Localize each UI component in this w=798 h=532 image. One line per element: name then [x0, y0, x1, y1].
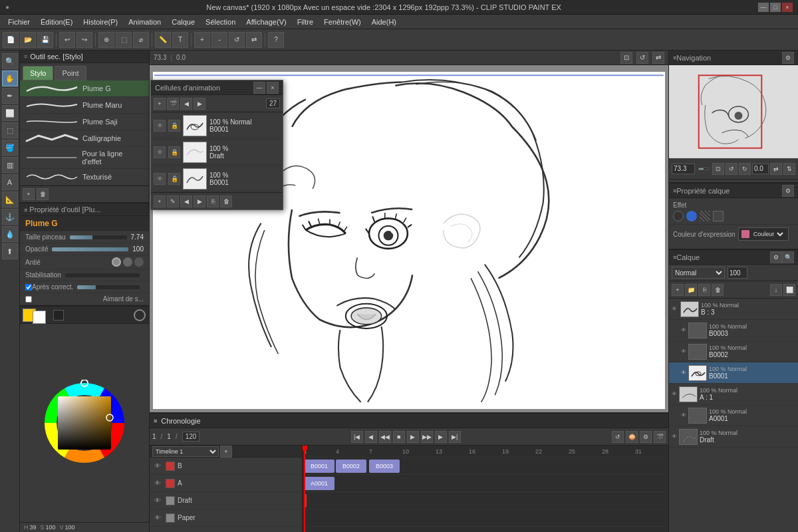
- cell-row-3[interactable]: 👁 🔒 100 % B0001: [151, 166, 283, 192]
- tl-vis-paper[interactable]: 👁: [152, 513, 163, 523]
- hand-tool[interactable]: ⚓: [2, 209, 18, 225]
- layer-merge-down[interactable]: ↓: [770, 284, 782, 296]
- help-button[interactable]: ?: [268, 32, 284, 48]
- layer-vis-a1[interactable]: 👁: [672, 391, 677, 397]
- anim-prev-frame[interactable]: ◀: [365, 431, 377, 443]
- pen-tool[interactable]: ✒: [2, 88, 18, 104]
- apres-correct-checkbox[interactable]: [25, 284, 32, 291]
- zoom-out-button[interactable]: -: [211, 32, 227, 48]
- layer-settings-button[interactable]: ⚙: [770, 251, 782, 263]
- cell-row-1[interactable]: 👁 🔒 100 % Normal B0001: [151, 112, 283, 139]
- brush-item-plume-g[interactable]: Plume G: [20, 80, 149, 97]
- layer-add-button[interactable]: +: [672, 284, 684, 296]
- zoom-in-button[interactable]: +: [194, 32, 210, 48]
- undo-button[interactable]: ↩: [59, 32, 75, 48]
- layer-vis-draft[interactable]: 👁: [672, 434, 677, 440]
- zoom-tool[interactable]: 🔍: [2, 53, 18, 69]
- timeline-ruler[interactable]: 1 4 7 10 13 16 19 22 25 28 31 34 37: [303, 446, 668, 532]
- anim-settings[interactable]: ⚙: [640, 431, 652, 443]
- anim-loop[interactable]: ↺: [612, 431, 624, 443]
- cell-eye-1[interactable]: 👁: [154, 120, 166, 132]
- window-controls[interactable]: — □ ×: [758, 3, 793, 12]
- layer-add-folder[interactable]: 📁: [685, 284, 697, 296]
- anim-prev-key[interactable]: |◀: [351, 431, 363, 443]
- cells-footer-prev[interactable]: ◀: [180, 196, 192, 207]
- brush-item-texturise[interactable]: Texturisé: [20, 169, 149, 186]
- nav-fit-button[interactable]: ⊡: [712, 163, 724, 175]
- layer-move-tool[interactable]: ⬆: [2, 243, 18, 259]
- cells-footer-edit[interactable]: ✎: [167, 196, 179, 207]
- lasso-button[interactable]: ⌀: [133, 32, 149, 48]
- flip-canvas-button[interactable]: ⇄: [652, 52, 664, 64]
- anim-play-back[interactable]: ◀◀: [379, 431, 391, 443]
- menu-fenetre[interactable]: Fenêtre(W): [319, 17, 366, 27]
- anim-onion[interactable]: 🧅: [626, 431, 638, 443]
- eyedropper-tool[interactable]: 💧: [2, 226, 18, 242]
- cell-eye-2[interactable]: 👁: [154, 146, 166, 158]
- anim-stop[interactable]: ■: [393, 431, 405, 443]
- tl-layer-b[interactable]: 👁 B: [150, 458, 302, 475]
- selection-tool[interactable]: ⬚: [2, 122, 18, 138]
- fill-tool[interactable]: 🪣: [2, 140, 18, 156]
- brush-item-calligraphie[interactable]: Calligraphie: [20, 130, 149, 147]
- tl-vis-b[interactable]: 👁: [152, 461, 163, 471]
- tab-point[interactable]: Point: [55, 66, 86, 80]
- cells-next-button[interactable]: ▶: [194, 98, 205, 110]
- antialias-circle2-icon[interactable]: [123, 257, 132, 267]
- menu-edition[interactable]: Édition(E): [35, 17, 78, 27]
- brush-item-plume-saji[interactable]: Plume Saji: [20, 114, 149, 130]
- brush-item-ligne-effet[interactable]: Pour la ligne d'effet: [20, 147, 149, 169]
- layer-opacity-input[interactable]: [728, 267, 747, 279]
- prop-opacite-slider[interactable]: [52, 247, 128, 251]
- tl-vis-a[interactable]: 👁: [152, 478, 163, 489]
- move-tool[interactable]: ✋: [2, 70, 18, 86]
- layer-row-b0003[interactable]: 👁 100 % Normal B0003: [669, 320, 798, 341]
- tab-stylo[interactable]: Stylo: [23, 66, 53, 80]
- text-tool[interactable]: A: [2, 174, 18, 190]
- minimize-button[interactable]: —: [758, 3, 769, 12]
- flip-button[interactable]: ⇄: [246, 32, 262, 48]
- text-button[interactable]: T: [172, 32, 188, 48]
- ruler-button[interactable]: 📏: [155, 32, 171, 48]
- open-button[interactable]: 📂: [20, 32, 36, 48]
- effect-box-icon[interactable]: [713, 211, 724, 221]
- timeline-select[interactable]: Timeline 1: [152, 446, 219, 457]
- cell-lock-1[interactable]: 🔒: [168, 120, 180, 132]
- layer-vis-b0003[interactable]: 👁: [681, 327, 686, 333]
- layer-blend-select[interactable]: Normal: [672, 267, 725, 279]
- new-button[interactable]: 📄: [3, 32, 19, 48]
- tl-vis-draft[interactable]: 👁: [152, 495, 163, 506]
- menu-fichier[interactable]: Fichier: [3, 17, 35, 27]
- tl-layer-paper[interactable]: 👁 Paper: [150, 509, 302, 527]
- layer-duplicate[interactable]: ⎘: [698, 284, 710, 296]
- effect-circle-icon[interactable]: [673, 211, 684, 221]
- layer-row-draft[interactable]: 👁 100 % Normal Draft: [669, 426, 798, 448]
- transparent-color[interactable]: [53, 310, 64, 321]
- layer-vis-b0001[interactable]: 👁: [681, 370, 686, 376]
- tl-cell-b0003[interactable]: B0003: [369, 460, 400, 473]
- color-wheel[interactable]: [41, 380, 128, 466]
- nav-rotate-left[interactable]: ↺: [726, 163, 737, 175]
- nav-flip-h[interactable]: ⇄: [770, 163, 782, 175]
- effect-blue-icon[interactable]: [686, 211, 697, 221]
- tl-layer-draft[interactable]: 👁 Draft: [150, 492, 302, 509]
- nav-settings-button[interactable]: ⚙: [782, 52, 794, 64]
- nav-flip-v[interactable]: ⇅: [783, 163, 795, 175]
- close-button[interactable]: ×: [782, 3, 793, 12]
- layer-row-a0001[interactable]: 👁 100 % Normal A0001: [669, 405, 798, 426]
- tl-layer-a[interactable]: 👁 A: [150, 475, 302, 492]
- nav-preview[interactable]: [669, 65, 798, 158]
- layer-props-settings[interactable]: ⚙: [782, 185, 794, 197]
- cells-footer-next[interactable]: ▶: [194, 196, 205, 207]
- menu-histoire[interactable]: Histoire(P): [78, 17, 123, 27]
- layer-vis-a0001[interactable]: 👁: [681, 412, 686, 418]
- transform-button[interactable]: ⊕: [98, 32, 114, 48]
- nav-zoom-slider[interactable]: [698, 168, 709, 170]
- antialias-circle-icon[interactable]: [112, 257, 121, 267]
- cells-add-button[interactable]: +: [154, 98, 166, 110]
- brush-item-plume-maru[interactable]: Plume Maru: [20, 97, 149, 114]
- cell-eye-3[interactable]: 👁: [154, 173, 166, 185]
- tl-cell-b0001[interactable]: B0001: [304, 460, 334, 473]
- menu-aide[interactable]: Aide(H): [366, 17, 402, 27]
- prop-apres-slider[interactable]: [77, 285, 140, 289]
